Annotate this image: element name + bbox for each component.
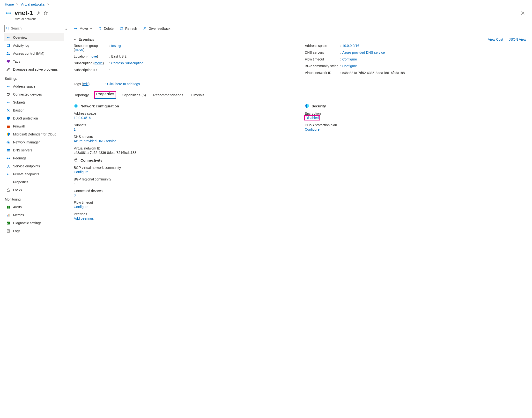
svg-point-9 — [8, 141, 9, 143]
sidebar-item-address-space[interactable]: Address space — [4, 82, 64, 90]
sidebar-item-label: Connected devices — [13, 93, 42, 96]
refresh-button[interactable]: Refresh — [119, 27, 137, 31]
svg-rect-8 — [7, 126, 10, 128]
tab-topology[interactable]: Topology — [74, 92, 89, 98]
add-tags-link[interactable]: Click here to add tags — [107, 82, 140, 86]
subscription-value[interactable]: Contoso Subscription — [111, 61, 143, 65]
prop-cdev-value[interactable]: 0 — [74, 193, 295, 197]
star-icon[interactable] — [44, 11, 48, 15]
log-icon — [6, 43, 11, 48]
prop-dns-value[interactable]: Azure provided DNS service — [74, 139, 295, 143]
sidebar-item-firewall[interactable]: Firewall — [4, 122, 64, 130]
svg-point-0 — [8, 12, 9, 13]
feedback-label: Give feedback — [149, 27, 170, 31]
sidebar-item-alerts[interactable]: Alerts — [4, 203, 64, 211]
sidebar-item-service-endpoints[interactable]: Service endpoints — [4, 162, 64, 170]
properties-icon — [6, 180, 11, 185]
vnet-icon — [6, 84, 11, 89]
network-config-header: Network configuration — [74, 104, 295, 108]
rg-move-link[interactable]: move — [75, 48, 83, 52]
addr-space-value[interactable]: 10.0.0.0/16 — [342, 44, 359, 48]
tab-properties[interactable]: Properties — [94, 91, 116, 99]
shield-icon — [305, 104, 309, 108]
svg-point-4 — [7, 52, 8, 53]
sidebar-item-logs[interactable]: Logs — [4, 227, 64, 235]
svg-point-12 — [7, 157, 8, 159]
close-icon[interactable] — [521, 11, 525, 15]
sidebar-item-activity-log[interactable]: Activity log — [4, 41, 64, 49]
sidebar-item-peerings[interactable]: Peerings — [4, 154, 64, 162]
page-subtitle: Virtual network — [0, 17, 532, 21]
prop-subnets-value[interactable]: 1 — [74, 128, 295, 131]
tags-label: Tags — [74, 82, 81, 86]
json-view-link[interactable]: JSON View — [509, 37, 526, 41]
search-input-wrapper[interactable] — [4, 25, 64, 32]
prop-ddos-value[interactable]: Configure — [305, 128, 526, 131]
collapse-sidebar-icon[interactable]: « — [65, 27, 67, 31]
properties-panel: Network configuration Address space 10.0… — [74, 102, 526, 224]
breadcrumb-virtual-networks[interactable]: Virtual networks — [21, 2, 45, 6]
sidebar-item-private-endpoints[interactable]: Private endpoints — [4, 170, 64, 178]
endpoints-icon — [6, 164, 11, 169]
sidebar-item-ddos-protection[interactable]: DDoS protection — [4, 114, 64, 122]
subscription-move-link[interactable]: move — [95, 61, 103, 65]
essentials-label: Essentials — [79, 37, 94, 41]
breadcrumb-home[interactable]: Home — [5, 2, 14, 6]
sidebar-item-access-control-iam-[interactable]: Access control (IAM) — [4, 49, 64, 57]
prop-enc-value[interactable]: Disabled — [305, 116, 319, 120]
addr-space-label: Address space — [305, 44, 340, 48]
tabs: Topology Properties Capabilities (5) Rec… — [74, 92, 526, 98]
prop-bgpvn-value[interactable]: Configure — [74, 170, 295, 174]
sidebar-item-overview[interactable]: Overview — [4, 33, 64, 41]
chevron-up-icon[interactable] — [74, 38, 77, 41]
sidebar-item-subnets[interactable]: Subnets — [4, 98, 64, 106]
grid-icon — [6, 205, 11, 209]
svg-rect-20 — [7, 190, 10, 192]
sidebar-item-label: Bastion — [13, 108, 24, 112]
sidebar-item-label: Properties — [13, 180, 29, 184]
tags-edit-link[interactable]: edit — [83, 82, 89, 86]
sidebar-item-label: Peerings — [13, 156, 26, 160]
tab-recommendations[interactable]: Recommendations — [153, 92, 184, 98]
view-cost-link[interactable]: View Cost — [488, 37, 503, 41]
flow-timeout-value[interactable]: Configure — [342, 57, 357, 61]
sidebar-item-locks[interactable]: Locks — [4, 186, 64, 194]
tab-tutorials[interactable]: Tutorials — [190, 92, 205, 98]
prop-bgpr-value: - — [74, 182, 295, 186]
dns-servers-value[interactable]: Azure provided DNS service — [342, 51, 385, 54]
more-icon[interactable]: ⋯ — [51, 11, 55, 15]
prop-subnets-label: Subnets — [74, 123, 295, 127]
diag-icon — [6, 221, 11, 225]
prop-peer-value[interactable]: Add peerings — [74, 217, 295, 220]
sidebar-item-diagnostic-settings[interactable]: Diagnostic settings — [4, 219, 64, 227]
prop-addr-value[interactable]: 10.0.0.0/16 — [74, 116, 295, 120]
svg-rect-19 — [9, 181, 9, 183]
sidebar-item-connected-devices[interactable]: Connected devices — [4, 90, 64, 98]
sidebar-item-dns-servers[interactable]: DNS servers — [4, 146, 64, 154]
rg-value[interactable]: test-rg — [111, 44, 121, 48]
tab-capabilities[interactable]: Capabilities (5) — [121, 92, 146, 98]
sidebar-item-diagnose-and-solve-problems[interactable]: Diagnose and solve problems — [4, 65, 64, 73]
pin-icon[interactable] — [36, 11, 40, 15]
people-icon — [6, 51, 11, 56]
prop-peer-label: Peerings — [74, 212, 295, 216]
sidebar-item-network-manager[interactable]: Network manager — [4, 138, 64, 146]
wrench-icon — [6, 67, 11, 72]
move-button[interactable]: Move — [74, 27, 92, 31]
private-ep-icon — [6, 172, 11, 177]
sidebar-item-tags[interactable]: Tags — [4, 57, 64, 65]
feedback-button[interactable]: Give feedback — [143, 27, 170, 31]
location-value: East US 2 — [111, 54, 126, 58]
sidebar-item-bastion[interactable]: Bastion — [4, 106, 64, 114]
delete-button[interactable]: Delete — [98, 27, 113, 31]
sidebar-item-metrics[interactable]: Metrics — [4, 211, 64, 219]
search-input[interactable] — [10, 26, 63, 30]
prop-flow-value[interactable]: Configure — [74, 205, 295, 209]
svg-point-6 — [9, 60, 10, 61]
svg-point-1 — [7, 27, 9, 29]
sidebar-item-properties[interactable]: Properties — [4, 178, 64, 186]
bgp-string-value[interactable]: Configure — [342, 64, 357, 68]
sidebar-item-microsoft-defender-for-cloud[interactable]: Microsoft Defender for Cloud — [4, 130, 64, 138]
location-move-link[interactable]: move — [89, 54, 97, 58]
svg-rect-18 — [8, 181, 8, 183]
